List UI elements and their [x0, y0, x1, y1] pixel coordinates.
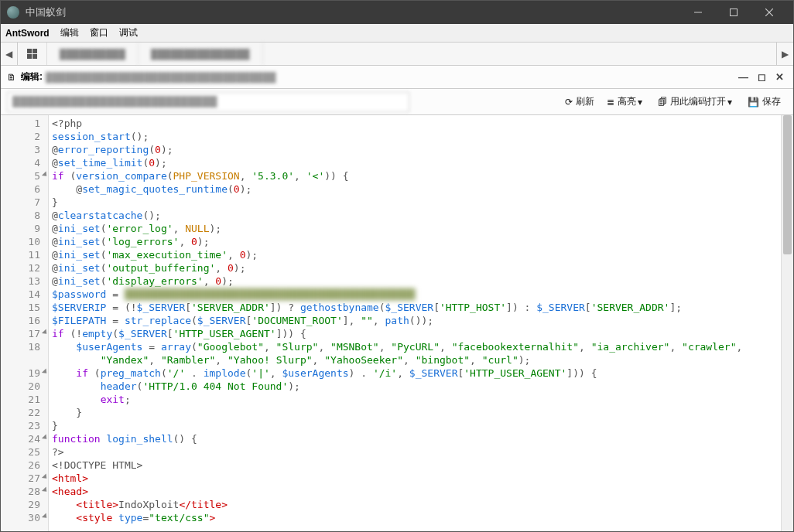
editor-area: 1234567891011121314151617181920212223242…	[1, 115, 793, 531]
maximize-button[interactable]	[716, 1, 751, 24]
save-icon: 💾	[748, 97, 759, 107]
save-button[interactable]: 💾保存	[741, 92, 787, 112]
window-title: 中国蚁剑	[26, 5, 680, 19]
tab-1[interactable]: ██████████	[47, 43, 139, 65]
tab-2[interactable]: ███████████████	[139, 43, 263, 65]
line-gutter[interactable]: 1234567891011121314151617181920212223242…	[1, 115, 49, 531]
open-encoding-label: 用此编码打开	[670, 95, 726, 108]
tab-strip: ◀ ██████████ ███████████████ ▶	[1, 43, 793, 66]
menu-app-name[interactable]: AntSword	[5, 28, 50, 39]
minimize-button[interactable]	[680, 1, 716, 24]
panel-close-button[interactable]: ✕	[772, 70, 787, 84]
svg-rect-1	[731, 9, 738, 16]
save-label: 保存	[762, 95, 781, 108]
tab-scroll-right[interactable]: ▶	[776, 43, 793, 65]
panel-maximize-button[interactable]: ◻	[755, 70, 769, 84]
editor-header: 🗎 编辑: ██████████████████████████████████…	[1, 66, 793, 89]
titlebar: 中国蚁剑	[1, 1, 793, 24]
code-editor[interactable]: <?phpsession_start();@error_reporting(0)…	[49, 115, 781, 531]
close-button[interactable]	[751, 1, 787, 24]
vertical-scrollbar[interactable]	[781, 115, 793, 531]
scroll-thumb[interactable]	[783, 115, 792, 254]
document-icon: 🗐	[658, 97, 667, 107]
refresh-icon: ⟳	[565, 97, 573, 107]
chevron-down-icon: ▾	[638, 97, 642, 107]
list-icon: ≣	[607, 97, 614, 107]
window-controls	[680, 1, 787, 24]
menu-edit[interactable]: 编辑	[60, 26, 79, 39]
refresh-button[interactable]: ⟳刷新	[559, 92, 601, 112]
grid-icon	[27, 49, 37, 59]
menu-debug[interactable]: 调试	[119, 26, 138, 39]
highlight-label: 高亮	[618, 95, 636, 108]
menubar: AntSword 编辑 窗口 调试	[1, 24, 793, 43]
editor-toolbar: ⟳刷新 ≣高亮▾ 🗐用此编码打开▾ 💾保存	[1, 89, 793, 115]
open-with-encoding-button[interactable]: 🗐用此编码打开▾	[652, 92, 741, 112]
file-path-input[interactable]	[7, 92, 409, 112]
app-icon	[7, 6, 19, 19]
menu-window[interactable]: 窗口	[90, 26, 108, 39]
tab-home[interactable]	[18, 43, 47, 65]
editor-header-path: ███████████████████████████████████	[46, 72, 735, 83]
tab-scroll-left[interactable]: ◀	[1, 43, 18, 65]
panel-minimize-button[interactable]: —	[735, 70, 751, 84]
refresh-label: 刷新	[576, 95, 594, 108]
chevron-down-icon: ▾	[727, 97, 732, 107]
highlight-button[interactable]: ≣高亮▾	[601, 92, 652, 112]
editor-header-label: 编辑:	[21, 70, 43, 84]
document-icon: 🗎	[7, 72, 16, 83]
